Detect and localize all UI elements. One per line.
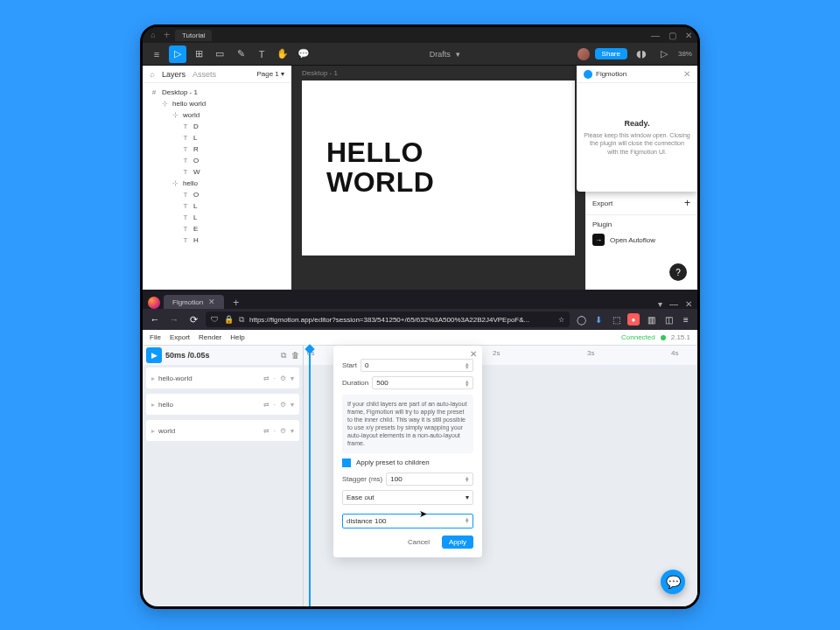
new-tab-icon[interactable]: + (164, 29, 170, 41)
firefox-icon (148, 297, 160, 309)
canvas[interactable]: Desktop - 1 HELLO WORLD (291, 66, 585, 290)
layer-frame[interactable]: #Desktop - 1 (143, 87, 291, 98)
reload-icon[interactable]: ⟳ (186, 314, 200, 326)
share-button[interactable]: Share (595, 48, 627, 60)
close-icon[interactable]: ✕ (685, 299, 692, 309)
minimize-icon[interactable]: — (651, 31, 660, 40)
swap-icon[interactable]: ⇄ (263, 427, 270, 435)
gear-icon[interactable]: ⚙ (280, 374, 286, 382)
browser-tab[interactable]: Figmotion✕ (164, 295, 224, 309)
minimize-icon[interactable]: — (669, 299, 678, 309)
maximize-icon[interactable]: ▢ (668, 31, 676, 40)
layer-text[interactable]: TL (143, 212, 291, 223)
timeline-row[interactable]: ▸hello⇄·⚙▾ (146, 394, 299, 415)
start-input[interactable]: 0▴▾ (360, 359, 473, 372)
home-icon[interactable]: ⌂ (148, 30, 158, 40)
layer-text[interactable]: TR (143, 144, 291, 155)
figma-toolbar: ≡ ▷ ⊞ ▭ ✎ T ✋ 💬 Drafts▾ Share ◖◗ ▷ 38% (143, 43, 697, 66)
back-icon[interactable]: ← (148, 314, 162, 325)
gear-icon[interactable]: ⚙ (280, 427, 286, 435)
avatar[interactable] (578, 48, 590, 60)
layer-text[interactable]: TL (143, 132, 291, 144)
gear-icon[interactable]: ⚙ (280, 401, 286, 409)
menu-help[interactable]: Help (230, 333, 244, 341)
shape-tool-icon[interactable]: ▭ (211, 46, 228, 63)
stagger-input[interactable]: 100▴▾ (386, 472, 473, 486)
new-tab-icon[interactable]: + (228, 297, 244, 309)
cancel-button[interactable]: Cancel (402, 536, 435, 549)
text-tool-icon[interactable]: T (253, 46, 270, 63)
extension-icon[interactable]: ⬚ (610, 313, 622, 326)
export-section[interactable]: Export+ (585, 192, 697, 215)
hand-tool-icon[interactable]: ✋ (274, 46, 291, 63)
figma-menu-icon[interactable]: ≡ (148, 46, 165, 63)
timeline-row[interactable]: ▸world⇄·⚙▾ (146, 420, 299, 441)
checkbox-icon[interactable] (342, 458, 351, 467)
duration-input[interactable]: 500▴▾ (372, 376, 473, 389)
address-bar[interactable]: 🛡 🔒 ⧉ https://figmotion.app/editor?sessi… (206, 312, 570, 327)
play-button[interactable]: ▶ (146, 347, 162, 363)
playhead[interactable] (309, 346, 311, 606)
star-icon[interactable]: ☆ (558, 316, 564, 324)
close-tab-icon[interactable]: ✕ (208, 298, 215, 306)
layer-text[interactable]: TO (143, 189, 291, 200)
layer-group[interactable]: ⊹hello (143, 178, 291, 189)
ease-select[interactable]: Ease out▾ (342, 490, 473, 505)
comment-tool-icon[interactable]: 💬 (295, 46, 312, 63)
pen-tool-icon[interactable]: ✎ (232, 46, 249, 63)
permission-icon[interactable]: ⧉ (239, 315, 244, 325)
dev-mode-icon[interactable]: ◖◗ (633, 46, 650, 63)
copy-icon[interactable]: ⧉ (281, 351, 286, 360)
close-icon[interactable]: ✕ (470, 349, 477, 359)
chat-fab[interactable]: 💬 (661, 570, 685, 594)
layer-text[interactable]: TE (143, 223, 291, 234)
library-icon[interactable]: ▥ (645, 313, 657, 326)
menu-icon[interactable]: ≡ (680, 313, 692, 326)
page-selector[interactable]: Page 1 ▾ (256, 70, 284, 78)
close-icon[interactable]: ✕ (683, 69, 690, 79)
move-tool-icon[interactable]: ▷ (169, 46, 186, 63)
menu-export[interactable]: Export (170, 333, 190, 341)
frame-tool-icon[interactable]: ⊞ (190, 46, 207, 63)
forward-icon[interactable]: → (167, 314, 181, 325)
shield-icon[interactable]: 🛡 (211, 315, 219, 324)
swap-icon[interactable]: ⇄ (263, 401, 270, 409)
menu-file[interactable]: File (150, 333, 161, 341)
layer-group[interactable]: ⊹world (143, 109, 291, 121)
apply-button[interactable]: Apply (442, 536, 473, 549)
zoom-level[interactable]: 38% (678, 50, 692, 58)
apply-children-checkbox[interactable]: Apply preset to children (342, 458, 473, 467)
trash-icon[interactable]: 🗑 (291, 351, 299, 360)
artwork-frame[interactable]: HELLO WORLD (302, 80, 575, 256)
status-dot-icon (661, 335, 666, 340)
layer-text[interactable]: TW (143, 166, 291, 178)
account-icon[interactable]: ◯ (575, 313, 587, 326)
layers-tab[interactable]: Layers (162, 70, 186, 79)
search-icon[interactable]: ⌕ (150, 69, 155, 79)
layer-text[interactable]: TD (143, 121, 291, 132)
extension-badge-icon[interactable]: ● (627, 313, 640, 326)
layer-text[interactable]: TH (143, 234, 291, 246)
layer-text[interactable]: TO (143, 155, 291, 166)
plugin-item[interactable]: →Open Autoflow (585, 228, 697, 251)
menu-render[interactable]: Render (199, 333, 221, 341)
layer-group[interactable]: ⊹hello world (143, 98, 291, 109)
sidebar-icon[interactable]: ◫ (662, 313, 675, 326)
plus-icon[interactable]: + (684, 197, 690, 209)
help-icon[interactable]: ? (669, 263, 687, 281)
version-label: 2.15.1 (671, 333, 690, 341)
figma-tab[interactable]: Tutorial (175, 30, 212, 41)
app-menu: File Export Render Help Connected 2.15.1 (143, 330, 697, 346)
layer-text[interactable]: TL (143, 200, 291, 212)
swap-icon[interactable]: ⇄ (263, 374, 270, 382)
file-drafts[interactable]: Drafts▾ (430, 50, 460, 59)
chevron-down-icon[interactable]: ▾ (658, 299, 662, 309)
url-text: https://figmotion.app/editor?session=383… (249, 316, 529, 324)
close-icon[interactable]: ✕ (685, 31, 692, 40)
present-icon[interactable]: ▷ (655, 46, 673, 63)
distance-input[interactable]: distance 100▴▾ (342, 514, 473, 528)
timeline-row[interactable]: ▸hello-world⇄·⚙▾ (146, 368, 299, 388)
frame-label[interactable]: Desktop - 1 (291, 66, 585, 80)
assets-tab[interactable]: Assets (192, 70, 216, 79)
download-icon[interactable]: ⬇ (592, 313, 605, 326)
